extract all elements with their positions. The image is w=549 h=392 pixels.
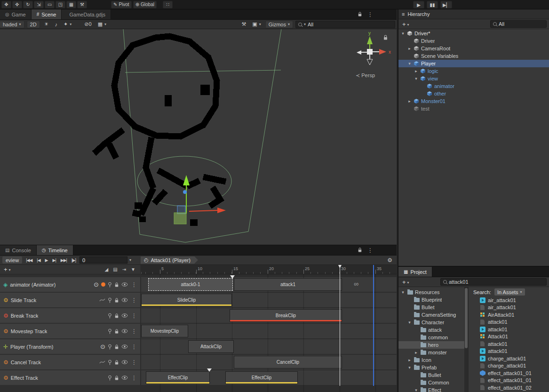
foldout-arrow[interactable]: ▸	[407, 358, 412, 362]
timeline-track-header[interactable]: ◈ animator (Animator) ⊙	[0, 277, 140, 292]
clip-view-button[interactable]: ▤	[113, 267, 117, 272]
project-folder-item[interactable]: ▾ Character	[398, 319, 464, 326]
track-menu-icon[interactable]: ⋮	[130, 281, 138, 288]
timeline-clip[interactable]: CancelClip	[234, 356, 342, 368]
track-menu-icon[interactable]: ⋮	[130, 328, 138, 335]
panel-menu-icon[interactable]: ⋮	[366, 11, 374, 18]
timeline-track-lane[interactable]: AttackClip	[141, 339, 397, 354]
rect-tool-button[interactable]: ▭	[45, 1, 55, 8]
project-folder-item[interactable]: Bullet	[398, 371, 464, 379]
timeline-clip[interactable]: AttackClip	[188, 340, 234, 353]
track-menu-icon[interactable]: ⋮	[130, 344, 138, 350]
search-result-item[interactable]: air_attack01	[469, 304, 549, 312]
timeline-track-lane[interactable]: SlideClip	[141, 293, 397, 307]
search-result-item[interactable]: effect_attack01_01	[469, 377, 549, 384]
pin-icon[interactable]	[108, 344, 112, 350]
timeline-clip[interactable]: attack0-1	[148, 278, 233, 291]
transform-tool-button[interactable]: ◳	[56, 1, 65, 8]
play-button[interactable]: ▶	[413, 1, 424, 8]
timeline-clip[interactable]: attack1	[234, 278, 342, 291]
gizmos-dropdown[interactable]: Gizmos ▾	[265, 21, 293, 28]
scene-grid-dropdown[interactable]: ▦ ▾	[96, 21, 108, 28]
pin-icon[interactable]	[108, 360, 112, 365]
rotate-tool-button[interactable]: ↻	[23, 1, 33, 8]
search-result-item[interactable]: Attack01	[469, 333, 549, 341]
timeline-settings-icon[interactable]: ⚙	[387, 257, 394, 264]
chevron-down-icon[interactable]: ▾	[129, 258, 131, 262]
lock-icon[interactable]	[114, 328, 119, 334]
scene-audio-icon[interactable]: ♪	[53, 21, 60, 28]
character-sketch[interactable]	[94, 36, 226, 226]
hierarchy-search[interactable]	[490, 20, 547, 28]
timeline-ruler[interactable]: 5 10 15 20 25 30 35	[141, 265, 397, 274]
search-result-item[interactable]: effect_attack01_02	[469, 384, 549, 392]
foldout-arrow[interactable]: ▾	[407, 320, 412, 325]
lock-icon[interactable]	[114, 313, 119, 319]
timeline-track-header[interactable]: ⚙ Slide Track ⊙	[0, 293, 140, 307]
custom-tools-button[interactable]: ⚒	[77, 1, 87, 8]
timeline-track-header[interactable]: ⚙ Movestep Track ⊙	[0, 324, 140, 338]
scene-camera-dropdown[interactable]: ▣ ▾	[250, 21, 263, 28]
lock-icon[interactable]	[114, 344, 119, 350]
scene-effects-dropdown[interactable]: ✦ ▾	[62, 21, 73, 28]
timeline-track-lane[interactable]: EffectClip EffectClip	[141, 370, 397, 385]
timeline-clip[interactable]: EffectClip	[146, 371, 210, 384]
hierarchy-item[interactable]: ▾ Player	[398, 60, 549, 67]
next-frame-button[interactable]: ▶|	[51, 258, 58, 263]
prev-frame-button[interactable]: |◀	[35, 258, 42, 263]
project-folder-item[interactable]: CameraSetting	[398, 311, 464, 319]
timeline-track-header[interactable]: ⚙ Break Track ⊙	[0, 308, 140, 323]
scene-lighting-icon[interactable]: ☀	[42, 21, 51, 28]
foldout-arrow[interactable]: ▸	[414, 350, 419, 355]
hierarchy-item[interactable]: ▾ Driver*	[398, 30, 549, 37]
scene-search-input[interactable]	[308, 22, 392, 27]
foldout-arrow[interactable]: ▾	[414, 388, 419, 392]
hierarchy-item[interactable]: ▸ logic	[398, 67, 549, 75]
marker-toggle-button[interactable]: ▼	[131, 267, 135, 272]
eye-icon[interactable]	[121, 313, 128, 318]
project-folder-item[interactable]: ▸ Icon	[398, 356, 464, 364]
pivot-toggle-button[interactable]: ✎ Pivot	[111, 1, 132, 8]
pin-icon[interactable]	[108, 328, 112, 334]
track-menu-icon[interactable]: ⋮	[130, 375, 138, 381]
panel-menu-icon[interactable]: ⋮	[366, 247, 374, 254]
tab-scene[interactable]: # Scene	[32, 9, 62, 19]
search-scope-dropdown[interactable]: In Assets ▾	[494, 288, 525, 296]
eye-icon[interactable]	[121, 329, 128, 333]
project-folder-item[interactable]: Bullet	[398, 304, 464, 311]
track-menu-icon[interactable]: ⋮	[130, 359, 138, 366]
hierarchy-item[interactable]: other	[398, 90, 549, 97]
track-menu-icon[interactable]: ⋮	[130, 312, 138, 319]
global-toggle-button[interactable]: ⊕ Global	[133, 1, 157, 8]
eye-icon[interactable]	[121, 360, 128, 364]
timeline-track-lane[interactable]: CancelClip	[141, 355, 397, 369]
play-button[interactable]: ▶	[43, 258, 50, 263]
search-result-item[interactable]: attack01	[469, 340, 549, 348]
scene-tools-icon[interactable]: ⚒	[239, 21, 248, 28]
timeline-clip[interactable]: MovestepClip	[141, 325, 188, 337]
project-search-input[interactable]	[449, 279, 544, 285]
project-folder-item[interactable]: attack	[398, 326, 464, 334]
foldout-arrow[interactable]: ▾	[407, 365, 412, 370]
foldout-arrow[interactable]: ▸	[414, 69, 419, 73]
record-target-icon[interactable]: ⊙	[100, 343, 105, 350]
curves-icon[interactable]	[99, 360, 105, 364]
tab-console[interactable]: ▤ Console	[0, 245, 37, 255]
eye-icon[interactable]	[121, 282, 128, 287]
hierarchy-item[interactable]: animator	[398, 82, 549, 90]
foldout-arrow[interactable]: ▾	[407, 61, 412, 66]
track-menu-icon[interactable]: ⋮	[130, 297, 138, 304]
grid-snapping-button[interactable]: ∷	[163, 1, 173, 8]
hand-tool-button[interactable]: ✥	[1, 1, 11, 8]
search-result-item[interactable]: effect_attack01_01	[469, 369, 549, 377]
foldout-arrow[interactable]: ▾	[400, 290, 406, 295]
curves-view-button[interactable]: ◢	[105, 267, 109, 272]
scene-search[interactable]: ▾	[295, 21, 395, 28]
scale-tool-button[interactable]: ⇲	[34, 1, 44, 8]
lock-icon[interactable]	[114, 282, 119, 288]
scene-visibility-icon[interactable]: ⊘0	[82, 21, 93, 28]
record-armed-icon[interactable]	[101, 282, 105, 287]
project-folder-item[interactable]: ▾ Effect	[398, 386, 464, 392]
hierarchy-search-input[interactable]	[499, 21, 544, 27]
search-result-item[interactable]: air_attack01	[469, 296, 549, 304]
